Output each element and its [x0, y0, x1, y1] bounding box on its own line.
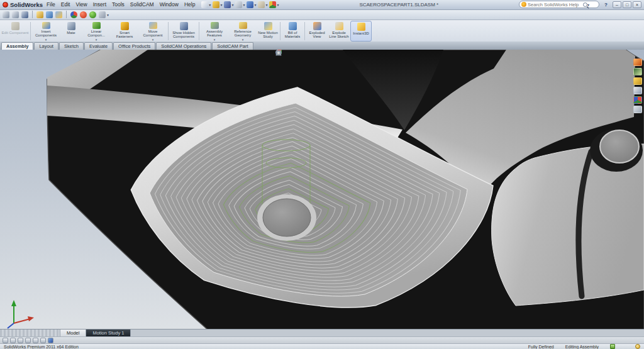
- appearance-ball-icon[interactable]: [70, 11, 77, 18]
- ribbon-button-insert-components[interactable]: Insert Components ▾: [32, 21, 60, 42]
- bottom-tool-icon-3[interactable]: [18, 338, 23, 343]
- ribbon-button-reference-geometry[interactable]: Reference Geometry ▾: [229, 21, 257, 42]
- search-magnifier-icon[interactable]: [583, 3, 587, 7]
- scene-image-icon[interactable]: [99, 11, 106, 18]
- menu-insert[interactable]: Insert: [93, 1, 106, 8]
- menu-solidcam[interactable]: SolidCAM: [130, 1, 154, 8]
- mate-icon: [67, 22, 75, 30]
- zoom-in-icon[interactable]: [3, 11, 9, 18]
- document-recovery-icon[interactable]: [633, 106, 642, 113]
- help-button[interactable]: ?: [603, 2, 609, 8]
- close-button[interactable]: ×: [633, 1, 641, 8]
- ribbon-button-instant3d[interactable]: Instant3D: [350, 21, 372, 42]
- ribbon-button-new-motion-study[interactable]: New Motion Study: [257, 21, 279, 42]
- ribbon-button-show-hidden-components[interactable]: Show Hidden Components: [170, 21, 197, 42]
- design-library-icon[interactable]: [633, 68, 642, 75]
- new-motion-study-icon: [264, 22, 272, 30]
- tab-sketch[interactable]: Sketch: [59, 42, 84, 50]
- minimize-button[interactable]: –: [613, 1, 621, 8]
- view-orientation-icon[interactable]: [46, 11, 53, 18]
- bottom-tool-icon-6[interactable]: [40, 338, 46, 343]
- center-boss: [263, 199, 311, 236]
- clipboard-icon[interactable]: [36, 11, 43, 18]
- motion-study-tab[interactable]: Motion Study 1: [86, 330, 131, 336]
- title-bar: SolidWorks File Edit View Insert Tools S…: [0, 0, 644, 10]
- quick-tips-icon[interactable]: [635, 344, 640, 349]
- bottom-tool-flag-icon[interactable]: [48, 338, 53, 343]
- exploded-view-icon: [313, 22, 321, 30]
- tab-solidcam-operations[interactable]: SolidCAM Operations: [156, 42, 211, 50]
- tab-solidcam-part[interactable]: SolidCAM Part: [212, 42, 253, 50]
- graphics-viewport[interactable]: [0, 50, 644, 329]
- model-tab[interactable]: Model: [60, 330, 86, 336]
- custom-properties-icon[interactable]: [633, 87, 642, 94]
- ribbon-button-assembly-features[interactable]: Assembly Features ▾: [201, 21, 228, 42]
- status-right: Fully Defined Editing Assembly: [528, 344, 640, 349]
- edit-appearance-icon[interactable]: [89, 11, 96, 18]
- tab-office-products[interactable]: Office Products: [113, 42, 155, 50]
- ribbon-button-linear-component[interactable]: Linear Compon... ▾: [82, 21, 110, 42]
- ribbon-button-smart-fasteners[interactable]: Smart Fasteners: [111, 21, 138, 42]
- display-style-icon[interactable]: [55, 11, 62, 18]
- zoom-out-icon[interactable]: [12, 11, 19, 18]
- menu-edit[interactable]: Edit: [61, 1, 70, 8]
- task-pane-tabs: [633, 58, 642, 113]
- show-hidden-components-icon: [180, 22, 188, 30]
- bottom-tool-icon-1[interactable]: [3, 338, 8, 343]
- appearances-scenes-icon[interactable]: [633, 96, 642, 104]
- status-green-icon: [610, 344, 615, 349]
- menu-window[interactable]: Window: [160, 1, 179, 8]
- select-icon[interactable]: [258, 1, 265, 8]
- bottom-tool-icon-4[interactable]: [25, 338, 31, 343]
- bottom-tab-strip: Model Motion Study 1: [0, 329, 644, 336]
- window-controls: – □ ×: [613, 1, 641, 8]
- solidworks-resources-icon[interactable]: [633, 58, 642, 66]
- bottom-tool-icon-2[interactable]: [10, 338, 16, 343]
- menu-bar: File Edit View Insert Tools SolidCAM Win…: [47, 1, 195, 8]
- tab-scroll-area[interactable]: [0, 330, 60, 336]
- search-input[interactable]: [528, 2, 582, 8]
- solidworks-window: SolidWorks File Edit View Insert Tools S…: [0, 0, 644, 349]
- ribbon-button-explode-line-sketch[interactable]: Explode Line Sketch: [328, 21, 350, 42]
- origin-triad: [8, 300, 34, 328]
- bill-of-materials-icon: [289, 22, 297, 30]
- ribbon-button-edit-component: Edit Component: [1, 21, 29, 42]
- tab-assembly[interactable]: Assembly: [1, 42, 33, 50]
- undo-icon[interactable]: [247, 1, 253, 8]
- linear-component-pattern-icon: [92, 22, 101, 29]
- new-document-icon[interactable]: [201, 1, 208, 8]
- editing-assembly-label: Editing Assembly: [565, 345, 599, 349]
- file-explorer-icon[interactable]: [633, 77, 642, 85]
- menu-tools[interactable]: Tools: [112, 1, 125, 8]
- rebuild-icon[interactable]: [269, 1, 276, 8]
- assembly-features-icon: [211, 22, 219, 29]
- bottom-toolbar: [0, 336, 644, 343]
- select-arrow-icon[interactable]: [21, 11, 28, 18]
- view-toolbar: ▾: [0, 10, 644, 20]
- ribbon-button-move-component[interactable]: Move Component ▾: [139, 21, 167, 42]
- menu-file[interactable]: File: [47, 1, 55, 8]
- ribbon-button-mate[interactable]: Mate: [60, 21, 82, 42]
- view-settings-icon[interactable]: [275, 50, 282, 56]
- edit-component-icon: [11, 22, 19, 30]
- app-logo: SolidWorks: [3, 1, 43, 8]
- bottom-tool-icon-5[interactable]: [33, 338, 38, 343]
- command-manager-tabs: Assembly Layout Sketch Evaluate Office P…: [0, 42, 644, 50]
- restore-button[interactable]: □: [623, 1, 631, 8]
- instant3d-icon: [357, 23, 365, 31]
- heads-up-view-toolbar: [275, 50, 279, 58]
- status-bar: SolidWorks Premium 2011 x64 Edition Full…: [0, 343, 644, 349]
- tab-evaluate[interactable]: Evaluate: [84, 42, 113, 50]
- save-icon[interactable]: [224, 1, 231, 8]
- help-search-box[interactable]: ▾: [519, 1, 599, 8]
- apply-scene-icon[interactable]: [80, 11, 87, 18]
- open-document-icon[interactable]: [213, 1, 219, 8]
- print-icon[interactable]: [235, 1, 242, 8]
- menu-help[interactable]: Help: [184, 1, 195, 8]
- ribbon-button-bill-of-materials[interactable]: Bill of Materials: [282, 21, 303, 42]
- move-component-icon: [149, 22, 157, 29]
- tab-layout[interactable]: Layout: [34, 42, 58, 50]
- ribbon-button-exploded-view[interactable]: Exploded View: [306, 21, 328, 42]
- edition-label: SolidWorks Premium 2011 x64 Edition: [4, 345, 79, 349]
- menu-view[interactable]: View: [75, 1, 87, 8]
